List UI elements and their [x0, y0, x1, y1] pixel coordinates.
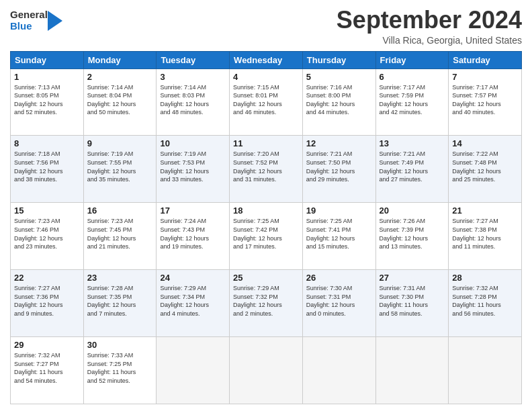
- calendar-cell: 21Sunrise: 7:27 AM Sunset: 7:38 PM Dayli…: [449, 203, 522, 270]
- day-info: Sunrise: 7:27 AM Sunset: 7:38 PM Dayligh…: [452, 217, 518, 250]
- calendar-cell: 26Sunrise: 7:30 AM Sunset: 7:31 PM Dayli…: [302, 270, 375, 337]
- day-info: Sunrise: 7:14 AM Sunset: 8:04 PM Dayligh…: [87, 83, 153, 117]
- calendar-cell: 14Sunrise: 7:22 AM Sunset: 7:48 PM Dayli…: [449, 136, 522, 203]
- day-info: Sunrise: 7:26 AM Sunset: 7:39 PM Dayligh…: [380, 217, 445, 250]
- day-info: Sunrise: 7:16 AM Sunset: 8:00 PM Dayligh…: [306, 83, 372, 117]
- title-block: September 2024 Villa Rica, Georgia, Unit…: [337, 7, 522, 46]
- day-info: Sunrise: 7:32 AM Sunset: 7:27 PM Dayligh…: [14, 351, 80, 385]
- calendar-cell: 7Sunrise: 7:17 AM Sunset: 7:57 PM Daylig…: [449, 68, 522, 136]
- calendar-cell: 8Sunrise: 7:18 AM Sunset: 7:56 PM Daylig…: [11, 136, 84, 203]
- day-number: 10: [160, 138, 226, 148]
- calendar-cell: 12Sunrise: 7:21 AM Sunset: 7:50 PM Dayli…: [302, 136, 375, 203]
- calendar-cell: 5Sunrise: 7:16 AM Sunset: 8:00 PM Daylig…: [302, 68, 375, 136]
- calendar-cell: 16Sunrise: 7:23 AM Sunset: 7:45 PM Dayli…: [83, 203, 157, 270]
- day-number: 19: [306, 205, 372, 216]
- logo: General Blue: [10, 9, 62, 32]
- calendar-cell: 29Sunrise: 7:32 AM Sunset: 7:27 PM Dayli…: [11, 337, 84, 404]
- header-row: Sunday Monday Tuesday Wednesday Thursday…: [11, 51, 522, 68]
- logo-line2: Blue: [10, 21, 48, 32]
- day-number: 29: [14, 340, 80, 350]
- day-number: 22: [14, 273, 80, 283]
- calendar-cell: 25Sunrise: 7:29 AM Sunset: 7:32 PM Dayli…: [230, 270, 303, 337]
- week-row-3: 15Sunrise: 7:23 AM Sunset: 7:46 PM Dayli…: [11, 203, 522, 270]
- calendar-cell: 22Sunrise: 7:27 AM Sunset: 7:36 PM Dayli…: [11, 270, 84, 337]
- day-info: Sunrise: 7:28 AM Sunset: 7:35 PM Dayligh…: [87, 284, 153, 318]
- day-number: 28: [452, 273, 518, 283]
- day-number: 5: [306, 72, 372, 82]
- calendar-cell: 15Sunrise: 7:23 AM Sunset: 7:46 PM Dayli…: [11, 203, 84, 270]
- calendar-cell: [302, 337, 375, 404]
- day-number: 3: [160, 72, 226, 82]
- day-number: 8: [14, 138, 80, 148]
- day-number: 18: [233, 205, 299, 216]
- day-info: Sunrise: 7:21 AM Sunset: 7:50 PM Dayligh…: [306, 150, 372, 183]
- calendar-cell: 18Sunrise: 7:25 AM Sunset: 7:42 PM Dayli…: [230, 203, 303, 270]
- page: General Blue September 2024 Villa Rica, …: [0, 0, 532, 411]
- header: General Blue September 2024 Villa Rica, …: [10, 7, 522, 46]
- day-number: 30: [87, 340, 153, 350]
- day-info: Sunrise: 7:23 AM Sunset: 7:45 PM Dayligh…: [87, 217, 153, 250]
- calendar-cell: 19Sunrise: 7:25 AM Sunset: 7:41 PM Dayli…: [302, 203, 375, 270]
- day-info: Sunrise: 7:18 AM Sunset: 7:56 PM Dayligh…: [14, 150, 80, 183]
- day-info: Sunrise: 7:29 AM Sunset: 7:34 PM Dayligh…: [160, 284, 226, 318]
- day-number: 2: [87, 72, 153, 82]
- day-number: 9: [87, 138, 153, 148]
- week-row-1: 1Sunrise: 7:13 AM Sunset: 8:05 PM Daylig…: [11, 68, 522, 136]
- day-info: Sunrise: 7:22 AM Sunset: 7:48 PM Dayligh…: [452, 150, 518, 183]
- calendar-cell: 13Sunrise: 7:21 AM Sunset: 7:49 PM Dayli…: [375, 136, 449, 203]
- month-title: September 2024: [337, 7, 522, 34]
- calendar-cell: 10Sunrise: 7:19 AM Sunset: 7:53 PM Dayli…: [157, 136, 230, 203]
- calendar-cell: [157, 337, 230, 404]
- col-friday: Friday: [375, 51, 449, 68]
- calendar-cell: 20Sunrise: 7:26 AM Sunset: 7:39 PM Dayli…: [375, 203, 449, 270]
- day-info: Sunrise: 7:23 AM Sunset: 7:46 PM Dayligh…: [14, 217, 80, 250]
- col-sunday: Sunday: [11, 51, 84, 68]
- day-number: 4: [233, 72, 299, 82]
- day-info: Sunrise: 7:21 AM Sunset: 7:49 PM Dayligh…: [380, 150, 445, 183]
- col-monday: Monday: [83, 51, 157, 68]
- day-number: 24: [160, 273, 226, 283]
- calendar-cell: 24Sunrise: 7:29 AM Sunset: 7:34 PM Dayli…: [157, 270, 230, 337]
- day-number: 23: [87, 273, 153, 283]
- day-number: 14: [452, 138, 518, 148]
- day-info: Sunrise: 7:27 AM Sunset: 7:36 PM Dayligh…: [14, 284, 80, 318]
- calendar-cell: [375, 337, 449, 404]
- week-row-2: 8Sunrise: 7:18 AM Sunset: 7:56 PM Daylig…: [11, 136, 522, 203]
- day-info: Sunrise: 7:13 AM Sunset: 8:05 PM Dayligh…: [14, 83, 80, 117]
- calendar-cell: 17Sunrise: 7:24 AM Sunset: 7:43 PM Dayli…: [157, 203, 230, 270]
- calendar-cell: 30Sunrise: 7:33 AM Sunset: 7:25 PM Dayli…: [83, 337, 157, 404]
- day-number: 25: [233, 273, 299, 283]
- logo-line1: General: [10, 9, 48, 21]
- day-info: Sunrise: 7:31 AM Sunset: 7:30 PM Dayligh…: [380, 284, 445, 318]
- location: Villa Rica, Georgia, United States: [337, 35, 522, 46]
- day-number: 26: [306, 273, 372, 283]
- day-info: Sunrise: 7:24 AM Sunset: 7:43 PM Dayligh…: [160, 217, 226, 250]
- week-row-4: 22Sunrise: 7:27 AM Sunset: 7:36 PM Dayli…: [11, 270, 522, 337]
- calendar-cell: 2Sunrise: 7:14 AM Sunset: 8:04 PM Daylig…: [83, 68, 157, 136]
- day-info: Sunrise: 7:30 AM Sunset: 7:31 PM Dayligh…: [306, 284, 372, 318]
- day-info: Sunrise: 7:20 AM Sunset: 7:52 PM Dayligh…: [233, 150, 299, 183]
- day-info: Sunrise: 7:19 AM Sunset: 7:55 PM Dayligh…: [87, 150, 153, 183]
- calendar-cell: [230, 337, 303, 404]
- calendar-cell: 28Sunrise: 7:32 AM Sunset: 7:28 PM Dayli…: [449, 270, 522, 337]
- day-info: Sunrise: 7:19 AM Sunset: 7:53 PM Dayligh…: [160, 150, 226, 183]
- calendar-cell: 6Sunrise: 7:17 AM Sunset: 7:59 PM Daylig…: [375, 68, 449, 136]
- calendar-cell: 1Sunrise: 7:13 AM Sunset: 8:05 PM Daylig…: [11, 68, 84, 136]
- day-number: 1: [14, 72, 80, 82]
- day-info: Sunrise: 7:17 AM Sunset: 7:57 PM Dayligh…: [452, 83, 518, 117]
- col-wednesday: Wednesday: [230, 51, 303, 68]
- day-number: 15: [14, 205, 80, 216]
- col-tuesday: Tuesday: [157, 51, 230, 68]
- day-number: 11: [233, 138, 299, 148]
- day-number: 20: [380, 205, 445, 216]
- col-saturday: Saturday: [449, 51, 522, 68]
- day-info: Sunrise: 7:25 AM Sunset: 7:41 PM Dayligh…: [306, 217, 372, 250]
- svg-marker-0: [48, 11, 62, 31]
- calendar-cell: 4Sunrise: 7:15 AM Sunset: 8:01 PM Daylig…: [230, 68, 303, 136]
- day-number: 16: [87, 205, 153, 216]
- day-info: Sunrise: 7:32 AM Sunset: 7:28 PM Dayligh…: [452, 284, 518, 318]
- day-info: Sunrise: 7:33 AM Sunset: 7:25 PM Dayligh…: [87, 351, 153, 385]
- day-number: 27: [380, 273, 445, 283]
- calendar-cell: 9Sunrise: 7:19 AM Sunset: 7:55 PM Daylig…: [83, 136, 157, 203]
- calendar-cell: 3Sunrise: 7:14 AM Sunset: 8:03 PM Daylig…: [157, 68, 230, 136]
